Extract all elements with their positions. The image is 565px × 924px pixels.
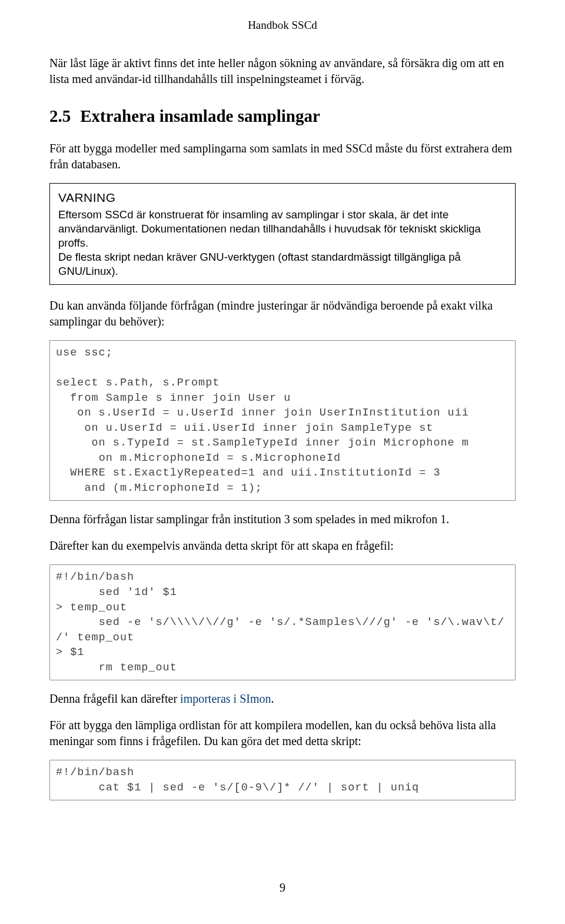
running-header: Handbok SSCd bbox=[49, 18, 516, 33]
code-block-bash: #!/bin/bash sed '1d' $1 > temp_out sed -… bbox=[49, 564, 516, 680]
text: . bbox=[271, 692, 274, 705]
warning-body: Eftersom SSCd är konstruerat för insamli… bbox=[58, 208, 507, 278]
paragraph: När låst läge är aktivt finns det inte h… bbox=[49, 55, 516, 87]
section-number: 2.5 bbox=[49, 105, 71, 128]
code-block-sql: use ssc; select s.Path, s.Prompt from Sa… bbox=[49, 340, 516, 501]
section-heading: 2.5 Extrahera insamlade samplingar bbox=[49, 105, 516, 128]
paragraph: Denna frågefil kan därefter importeras i… bbox=[49, 691, 516, 707]
paragraph: Denna förfrågan listar samplingar från i… bbox=[49, 511, 516, 527]
code-block-bash: #!/bin/bash cat $1 | sed -e 's/[0-9\/]* … bbox=[49, 760, 516, 800]
paragraph: Du kan använda följande förfrågan (mindr… bbox=[49, 298, 516, 330]
section-title: Extrahera insamlade samplingar bbox=[80, 105, 320, 128]
paragraph: För att bygga den lämpliga ordlistan för… bbox=[49, 717, 516, 749]
paragraph: För att bygga modeller med samplingarna … bbox=[49, 141, 516, 172]
paragraph: Därefter kan du exempelvis använda detta… bbox=[49, 538, 516, 554]
page-number: 9 bbox=[0, 880, 565, 896]
text: Denna frågefil kan därefter bbox=[49, 692, 180, 705]
link-simon[interactable]: importeras i SImon bbox=[180, 692, 271, 705]
warning-title: VARNING bbox=[58, 190, 507, 205]
warning-box: VARNING Eftersom SSCd är konstruerat för… bbox=[49, 183, 516, 285]
